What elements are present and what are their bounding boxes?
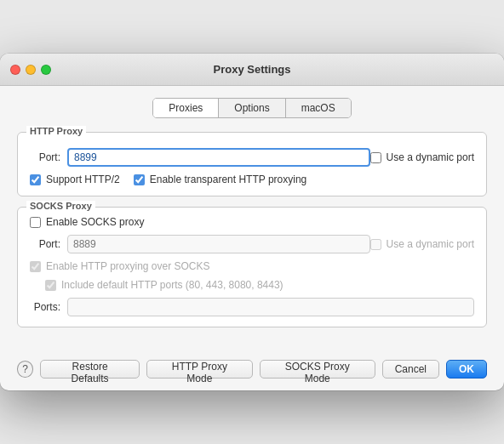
http-port-input[interactable] — [67, 148, 370, 167]
bottom-bar: ? Restore Defaults HTTP Proxy Mode SOCKS… — [0, 351, 504, 390]
socks-proxy-section: SOCKS Proxy Enable SOCKS proxy Port: Use… — [17, 207, 487, 327]
socks-port-input[interactable] — [67, 235, 370, 253]
restore-defaults-button[interactable]: Restore Defaults — [40, 360, 139, 379]
socks-dynamic-port-checkbox[interactable] — [370, 239, 381, 250]
socks-dynamic-port-label: Use a dynamic port — [370, 238, 474, 250]
enable-transparent-row: Enable transparent HTTP proxying — [134, 174, 307, 185]
tabs: Proxies Options macOS — [152, 98, 351, 118]
help-button[interactable]: ? — [17, 361, 33, 378]
ports-input[interactable] — [67, 298, 474, 316]
http-over-socks-checkbox[interactable] — [30, 261, 41, 272]
http-dynamic-port-label: Use a dynamic port — [370, 151, 474, 163]
http-port-row: Port: Use a dynamic port — [30, 148, 474, 167]
main-content: Proxies Options macOS HTTP Proxy Port: U… — [0, 86, 504, 351]
window-title: Proxy Settings — [213, 63, 290, 76]
http-port-label: Port: — [30, 151, 60, 163]
title-bar: Proxy Settings — [0, 54, 504, 86]
socks-proxy-label: SOCKS Proxy — [26, 201, 95, 211]
tabs-container: Proxies Options macOS — [17, 98, 487, 118]
enable-socks-checkbox[interactable] — [30, 217, 41, 228]
include-ports-row: Include default HTTP ports (80, 443, 808… — [45, 279, 474, 291]
http-proxy-label: HTTP Proxy — [26, 126, 86, 136]
http-proxy-section: HTTP Proxy Port: Use a dynamic port Supp… — [17, 132, 487, 196]
http-dynamic-port-checkbox[interactable] — [370, 152, 381, 163]
ports-row: Ports: — [30, 298, 474, 316]
minimize-button[interactable] — [26, 65, 36, 75]
traffic-lights — [10, 65, 51, 75]
right-buttons: Cancel OK — [382, 360, 487, 379]
enable-socks-row: Enable SOCKS proxy — [30, 216, 474, 228]
socks-port-label: Port: — [30, 238, 60, 250]
http-over-socks-row: Enable HTTP proxying over SOCKS — [30, 260, 474, 272]
support-http2-checkbox[interactable] — [30, 174, 41, 185]
maximize-button[interactable] — [41, 65, 51, 75]
tab-macos[interactable]: macOS — [286, 99, 351, 117]
enable-transparent-checkbox[interactable] — [134, 174, 145, 185]
tab-proxies[interactable]: Proxies — [153, 99, 219, 117]
tab-options[interactable]: Options — [219, 99, 285, 117]
close-button[interactable] — [10, 65, 20, 75]
support-http2-row: Support HTTP/2 — [30, 174, 120, 185]
ports-label: Ports: — [30, 301, 60, 313]
socks-port-row: Port: Use a dynamic port — [30, 235, 474, 253]
http-proxy-mode-button[interactable]: HTTP Proxy Mode — [146, 360, 253, 379]
ok-button[interactable]: OK — [446, 360, 487, 379]
proxy-settings-window: Proxy Settings Proxies Options macOS HTT… — [0, 54, 504, 390]
include-ports-checkbox[interactable] — [45, 280, 56, 291]
cancel-button[interactable]: Cancel — [382, 360, 439, 379]
http-checkboxes-row: Support HTTP/2 Enable transparent HTTP p… — [30, 174, 474, 185]
socks-proxy-mode-button[interactable]: SOCKS Proxy Mode — [260, 360, 375, 379]
